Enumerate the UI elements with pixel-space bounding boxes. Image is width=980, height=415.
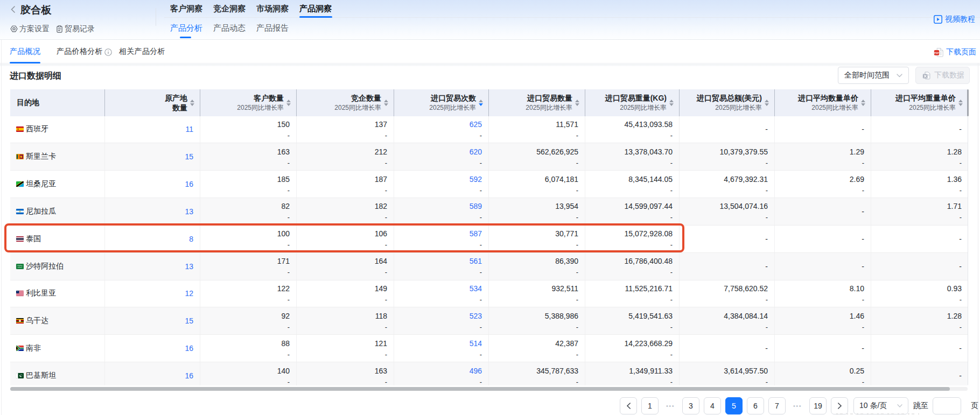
cell-value[interactable]: 592 bbox=[470, 174, 482, 185]
cell-3: 212- bbox=[297, 143, 394, 170]
sort-asc-icon bbox=[384, 100, 388, 102]
download-page-link[interactable]: PDF 下载页面 bbox=[934, 47, 976, 57]
col-header-6[interactable]: 进口贸易数量2025同比增长率 bbox=[489, 89, 585, 116]
origin-count-link[interactable]: 16 bbox=[185, 179, 193, 189]
video-tutorial-label: 视频教程 bbox=[945, 15, 975, 24]
col-header-4[interactable]: 竞企数量2025同比增长率 bbox=[297, 89, 394, 116]
cell-3: 164- bbox=[297, 253, 394, 280]
nav-tab-4[interactable]: 产品洞察 bbox=[299, 0, 332, 17]
video-tutorial-link[interactable]: 视频教程 bbox=[934, 15, 975, 24]
pagination-page-6[interactable]: 6 bbox=[747, 397, 764, 414]
top-header: 胶合板 方案设置 贸易记录 客户洞察竞企洞察市场洞察产品洞察 产品分析产品动态产… bbox=[0, 0, 980, 40]
pagination-page-5[interactable]: 5 bbox=[725, 397, 743, 414]
page-tab-3[interactable]: 相关产品分析 bbox=[119, 40, 165, 63]
cell-empty: - bbox=[862, 261, 864, 272]
cell-2: 140- bbox=[200, 362, 297, 385]
flag-spain-icon bbox=[16, 126, 24, 132]
page-size-select[interactable]: 10 条/页 bbox=[853, 397, 908, 414]
cell-value: 1.36 bbox=[947, 174, 962, 185]
download-data-button[interactable]: 下载数据 bbox=[915, 67, 970, 84]
sort-carets[interactable] bbox=[575, 100, 579, 106]
cell-2: 82- bbox=[200, 198, 297, 225]
sort-carets[interactable] bbox=[190, 100, 194, 106]
nav-tab-1[interactable]: 客户洞察 bbox=[170, 0, 202, 17]
cell-growth: - bbox=[385, 241, 387, 249]
page-tab-1[interactable]: 产品概况 bbox=[10, 40, 40, 63]
col-header-8[interactable]: 进口贸易总额(美元)2025同比增长率 bbox=[680, 89, 775, 116]
cell-9: - bbox=[871, 253, 968, 280]
cell-value[interactable]: 523 bbox=[470, 311, 482, 321]
cell-growth: - bbox=[670, 350, 673, 359]
cell-value: 140 bbox=[277, 365, 290, 376]
origin-count-link[interactable]: 15 bbox=[185, 315, 193, 326]
info-icon[interactable] bbox=[104, 48, 112, 56]
col-header-3[interactable]: 客户数量2025同比增长率 bbox=[200, 89, 297, 116]
col-header-9[interactable]: 进口平均数量单价2025同比增长率 bbox=[775, 89, 871, 116]
sort-desc-icon bbox=[958, 103, 963, 106]
origin-count-link[interactable]: 13 bbox=[185, 206, 193, 217]
sort-carets[interactable] bbox=[861, 100, 865, 106]
back-icon[interactable] bbox=[10, 6, 16, 13]
origin-count-link[interactable]: 16 bbox=[185, 343, 193, 354]
subnav-tab-1[interactable]: 产品分析 bbox=[170, 22, 202, 36]
cell-origin-count: 11 bbox=[105, 116, 200, 143]
cell-value[interactable]: 620 bbox=[470, 146, 482, 157]
pagination-page-7[interactable]: 7 bbox=[768, 397, 786, 414]
origin-count-link[interactable]: 16 bbox=[185, 370, 193, 381]
cell-empty: - bbox=[765, 261, 768, 272]
col-header-10[interactable]: 进口平均重量单价2025同比增长率 bbox=[871, 89, 968, 116]
origin-count-link[interactable]: 15 bbox=[185, 151, 193, 162]
trade-records-button[interactable]: 贸易记录 bbox=[56, 24, 95, 33]
sort-carets[interactable] bbox=[479, 100, 483, 106]
pagination-page-4[interactable]: 4 bbox=[704, 397, 721, 414]
pagination-page-19[interactable]: 19 bbox=[809, 397, 827, 414]
pagination-next-button[interactable] bbox=[831, 397, 848, 414]
cell-value[interactable]: 589 bbox=[470, 201, 482, 212]
vertical-scrollbar-thumb[interactable] bbox=[967, 89, 969, 116]
svg-text:PDF: PDF bbox=[934, 51, 939, 54]
col-header-7[interactable]: 进口贸易重量(KG)2025同比增长率 bbox=[585, 89, 680, 116]
cell-2: 185- bbox=[200, 171, 297, 198]
pagination-page-3[interactable]: 3 bbox=[682, 397, 699, 414]
origin-count-link[interactable]: 12 bbox=[185, 288, 193, 299]
horizontal-scrollbar-thumb[interactable] bbox=[10, 387, 950, 391]
flag-tanzania-icon bbox=[16, 181, 24, 187]
cell-value[interactable]: 625 bbox=[470, 119, 482, 130]
video-play-icon bbox=[934, 15, 942, 24]
excel-icon bbox=[922, 72, 930, 80]
sort-carets[interactable] bbox=[669, 100, 674, 106]
origin-count-link[interactable]: 11 bbox=[185, 124, 193, 135]
pagination-prev-button[interactable] bbox=[620, 397, 637, 414]
cell-4: 587- bbox=[394, 226, 489, 252]
pagination-ellipsis[interactable]: ••• bbox=[663, 403, 678, 409]
sort-carets[interactable] bbox=[384, 100, 388, 106]
time-range-select[interactable]: 全部时间范围 bbox=[838, 67, 909, 84]
cell-value[interactable]: 514 bbox=[470, 338, 482, 349]
scheme-settings-button[interactable]: 方案设置 bbox=[10, 24, 50, 33]
sort-carets[interactable] bbox=[286, 100, 291, 106]
origin-count-link[interactable]: 8 bbox=[189, 234, 193, 244]
cell-9: 1.71- bbox=[871, 198, 968, 225]
cell-value[interactable]: 561 bbox=[470, 256, 482, 266]
subnav-tab-2[interactable]: 产品动态 bbox=[213, 22, 246, 36]
cell-value[interactable]: 534 bbox=[470, 283, 482, 294]
origin-count-link[interactable]: 13 bbox=[185, 261, 193, 272]
page-tab-2[interactable]: 产品价格分析 bbox=[57, 40, 103, 63]
jump-page-input[interactable] bbox=[933, 397, 961, 414]
cell-growth: - bbox=[862, 378, 864, 385]
col-header-2[interactable]: 原产地数量 bbox=[105, 89, 200, 116]
nav-tab-2[interactable]: 竞企洞察 bbox=[213, 0, 246, 17]
cell-value[interactable]: 587 bbox=[470, 228, 482, 239]
sort-carets[interactable] bbox=[958, 100, 963, 106]
sort-carets[interactable] bbox=[765, 100, 769, 106]
cell-destination: 斯里兰卡 bbox=[10, 143, 105, 170]
nav-tab-3[interactable]: 市场洞察 bbox=[256, 0, 289, 17]
cell-empty: - bbox=[862, 124, 864, 135]
active-subnav-underline bbox=[180, 37, 191, 38]
pagination-page-1[interactable]: 1 bbox=[641, 397, 659, 414]
col-header-5[interactable]: 进口贸易次数2025同比增长率 bbox=[394, 89, 489, 116]
cell-value: 86,390 bbox=[555, 256, 578, 266]
subnav-tab-3[interactable]: 产品报告 bbox=[256, 22, 289, 36]
cell-value[interactable]: 496 bbox=[470, 365, 482, 376]
pagination-ellipsis[interactable]: ••• bbox=[790, 403, 805, 409]
